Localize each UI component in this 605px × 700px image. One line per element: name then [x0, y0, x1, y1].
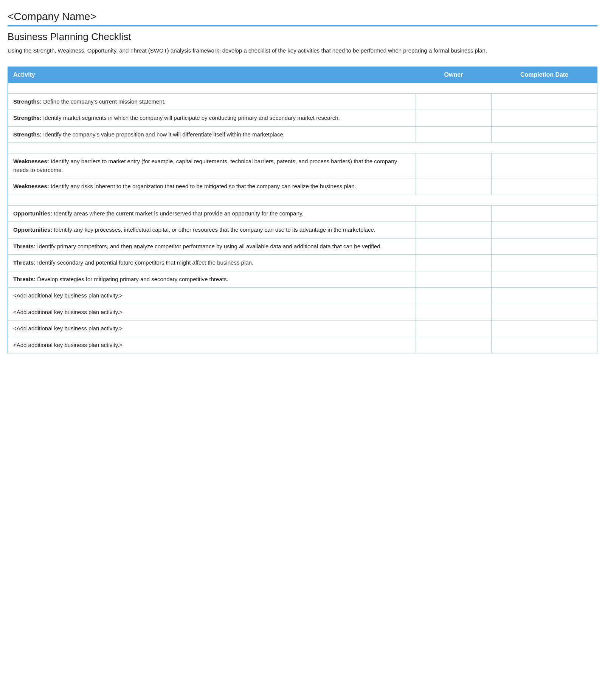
cell-activity: <Add additional key business plan activi…	[8, 337, 416, 353]
table-row[interactable]: <Add additional key business plan activi…	[8, 288, 597, 304]
cell-owner[interactable]	[416, 110, 492, 127]
cell-owner[interactable]	[416, 271, 492, 288]
cell-activity: Weaknesses: Identify any barriers to mar…	[8, 153, 416, 178]
cell-activity: <Add additional key business plan activi…	[8, 321, 416, 337]
cell-completion-date[interactable]	[492, 271, 597, 288]
table-row[interactable]: Threats: Develop strategies for mitigati…	[8, 271, 597, 288]
cell-completion-date[interactable]	[492, 93, 597, 110]
cell-completion-date[interactable]	[492, 255, 597, 271]
cell-completion-date[interactable]	[492, 205, 597, 222]
cell-owner[interactable]	[416, 93, 492, 110]
cell-owner[interactable]	[416, 126, 492, 143]
cell-completion-date[interactable]	[492, 110, 597, 127]
table-row[interactable]: Strengths: Identify market segments in w…	[8, 110, 597, 127]
cell-owner[interactable]	[416, 153, 492, 178]
table-row[interactable]: <Add additional key business plan activi…	[8, 337, 597, 353]
cell-activity: Threats: Identify secondary and potentia…	[8, 255, 416, 271]
cell-owner[interactable]	[416, 222, 492, 238]
table-row[interactable]: Threats: Identify secondary and potentia…	[8, 255, 597, 271]
cell-owner[interactable]	[416, 288, 492, 304]
cell-completion-date[interactable]	[492, 153, 597, 178]
cell-activity: Strengths: Identify market segments in w…	[8, 110, 416, 127]
table-row[interactable]: Strengths: Identify the company's value …	[8, 126, 597, 143]
checklist-table: Activity Owner Completion Date Strengths…	[8, 67, 597, 354]
cell-activity: Strengths: Identify the company's value …	[8, 126, 416, 143]
table-header-row: Activity Owner Completion Date	[8, 67, 597, 83]
document-description: Using the Strength, Weakness, Opportunit…	[8, 46, 597, 55]
cell-owner[interactable]	[416, 337, 492, 353]
document-title: Business Planning Checklist	[8, 31, 597, 43]
cell-activity: Strengths: Define the company's current …	[8, 93, 416, 110]
cell-completion-date[interactable]	[492, 178, 597, 195]
table-row	[8, 83, 597, 93]
cell-completion-date[interactable]	[492, 126, 597, 143]
cell-owner[interactable]	[416, 304, 492, 321]
cell-activity: Threats: Develop strategies for mitigati…	[8, 271, 416, 288]
cell-completion-date[interactable]	[492, 288, 597, 304]
table-row[interactable]: Weaknesses: Identify any risks inherent …	[8, 178, 597, 195]
cell-owner[interactable]	[416, 205, 492, 222]
table-row[interactable]: Opportunities: Identify any key processe…	[8, 222, 597, 238]
table-row[interactable]: Weaknesses: Identify any barriers to mar…	[8, 153, 597, 178]
cell-completion-date[interactable]	[492, 222, 597, 238]
cell-owner[interactable]	[416, 255, 492, 271]
column-header-owner: Owner	[416, 67, 492, 83]
cell-activity: <Add additional key business plan activi…	[8, 304, 416, 321]
table-row[interactable]: <Add additional key business plan activi…	[8, 321, 597, 337]
cell-activity: Opportunities: Identify areas where the …	[8, 205, 416, 222]
cell-activity: Weaknesses: Identify any risks inherent …	[8, 178, 416, 195]
table-row[interactable]: Opportunities: Identify areas where the …	[8, 205, 597, 222]
cell-activity: Opportunities: Identify any key processe…	[8, 222, 416, 238]
cell-completion-date[interactable]	[492, 321, 597, 337]
cell-completion-date[interactable]	[492, 337, 597, 353]
column-header-completion-date: Completion Date	[492, 67, 597, 83]
table-row	[8, 143, 597, 153]
cell-completion-date[interactable]	[492, 304, 597, 321]
column-header-activity: Activity	[8, 67, 416, 83]
table-row[interactable]: Strengths: Define the company's current …	[8, 93, 597, 110]
cell-completion-date[interactable]	[492, 238, 597, 255]
cell-activity: <Add additional key business plan activi…	[8, 288, 416, 304]
cell-owner[interactable]	[416, 321, 492, 337]
table-row[interactable]: Threats: Identify primary competitors, a…	[8, 238, 597, 255]
company-name: <Company Name>	[8, 7, 597, 26]
cell-owner[interactable]	[416, 178, 492, 195]
table-row	[8, 195, 597, 205]
table-row[interactable]: <Add additional key business plan activi…	[8, 304, 597, 321]
cell-activity: Threats: Identify primary competitors, a…	[8, 238, 416, 255]
cell-owner[interactable]	[416, 238, 492, 255]
